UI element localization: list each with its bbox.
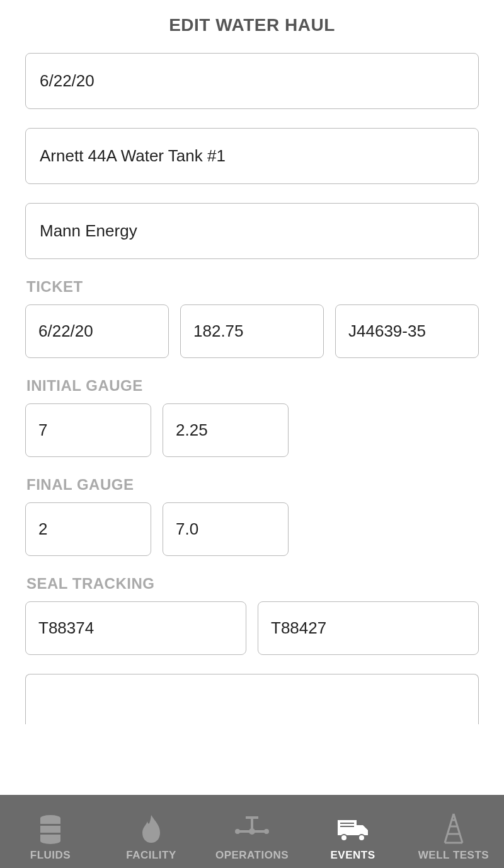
svg-rect-11 [338, 820, 357, 835]
seal-tracking-section-label: SEAL TRACKING [26, 575, 479, 593]
final-gauge-feet-field[interactable]: 2 [25, 502, 151, 556]
page-title: EDIT WATER HAUL [0, 0, 504, 53]
tab-label: OPERATIONS [215, 849, 289, 862]
initial-gauge-inches-field[interactable]: 2.25 [163, 403, 289, 457]
tab-operations[interactable]: OPERATIONS [202, 795, 302, 868]
ticket-number-field[interactable]: J44639-35 [335, 304, 479, 358]
svg-rect-16 [340, 823, 354, 824]
svg-rect-17 [340, 826, 354, 827]
svg-rect-3 [38, 824, 62, 826]
seal-off-field[interactable]: T88427 [258, 601, 479, 655]
svg-point-2 [40, 838, 60, 844]
tab-label: FACILITY [126, 849, 176, 862]
ticket-amount-field[interactable]: 182.75 [180, 304, 324, 358]
svg-rect-4 [38, 833, 62, 835]
svg-point-10 [264, 829, 269, 834]
ticket-row: 6/22/20 182.75 J44639-35 [25, 304, 479, 358]
final-gauge-row: 2 7.0 [25, 502, 479, 556]
tab-label: WELL TESTS [418, 849, 489, 862]
svg-point-13 [341, 835, 346, 840]
valve-icon [235, 813, 269, 845]
svg-rect-1 [40, 818, 60, 841]
seal-on-field[interactable]: T88374 [25, 601, 246, 655]
tab-label: EVENTS [330, 849, 375, 862]
truck-icon [335, 813, 370, 845]
final-gauge-section-label: FINAL GAUGE [26, 476, 479, 494]
seal-tracking-row: T88374 T88427 [25, 601, 479, 655]
tab-facility[interactable]: FACILITY [101, 795, 202, 868]
barrel-icon [37, 813, 64, 845]
water-haul-form: 6/22/20 Arnett 44A Water Tank #1 Mann En… [0, 53, 504, 724]
date-field[interactable]: 6/22/20 [25, 53, 479, 109]
ticket-date-field[interactable]: 6/22/20 [25, 304, 169, 358]
final-gauge-inches-field[interactable]: 7.0 [163, 502, 289, 556]
flame-icon [139, 813, 164, 845]
svg-point-9 [235, 829, 240, 834]
svg-point-8 [249, 828, 255, 835]
notes-field[interactable] [25, 674, 479, 724]
initial-gauge-row: 7 2.25 [25, 403, 479, 457]
tab-fluids[interactable]: FLUIDS [0, 795, 101, 868]
tab-label: FLUIDS [30, 849, 71, 862]
bottom-tab-bar: FLUIDS FACILITY OPERATIONS [0, 795, 504, 868]
initial-gauge-feet-field[interactable]: 7 [25, 403, 151, 457]
tank-field[interactable]: Arnett 44A Water Tank #1 [25, 128, 479, 184]
tab-well-tests[interactable]: WELL TESTS [403, 795, 504, 868]
initial-gauge-section-label: INITIAL GAUGE [26, 377, 479, 395]
derrick-icon [441, 813, 466, 845]
svg-point-15 [359, 835, 364, 840]
ticket-section-label: TICKET [26, 278, 479, 296]
company-field[interactable]: Mann Energy [25, 203, 479, 259]
tab-events[interactable]: EVENTS [302, 795, 403, 868]
